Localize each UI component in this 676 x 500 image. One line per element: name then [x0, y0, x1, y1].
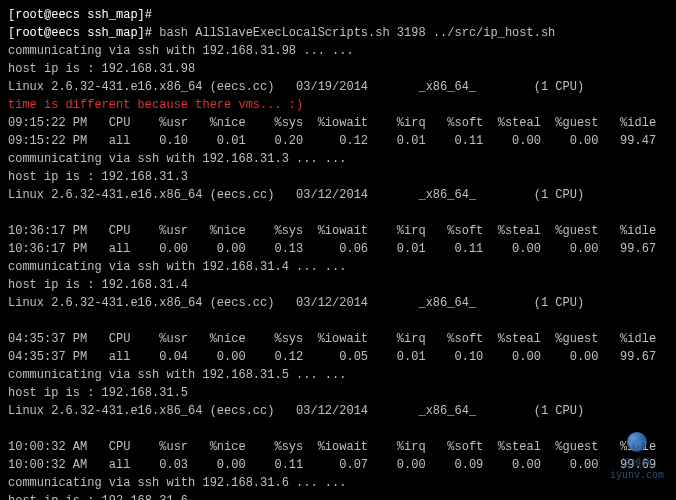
mpstat-header: 10:36:17 PM CPU %usr %nice %sys %iowait …	[8, 224, 656, 238]
kernel-line: Linux 2.6.32-431.e16.x86_64 (eecs.cc) 03…	[8, 80, 584, 94]
host-ip-line: host ip is : 192.168.31.3	[8, 170, 188, 184]
shell-prompt: [root@eecs ssh_map]#	[8, 8, 152, 22]
mpstat-row: 10:36:17 PM all 0.00 0.00 0.13 0.06 0.01…	[8, 242, 656, 256]
host-ip-line: host ip is : 192.168.31.98	[8, 62, 195, 76]
ssh-comm-line: communicating via ssh with 192.168.31.4 …	[8, 260, 346, 274]
host-ip-line: host ip is : 192.168.31.6	[8, 494, 188, 500]
mpstat-header: 09:15:22 PM CPU %usr %nice %sys %iowait …	[8, 116, 656, 130]
mpstat-row: 09:15:22 PM all 0.10 0.01 0.20 0.12 0.01…	[8, 134, 656, 148]
mpstat-header: 04:35:37 PM CPU %usr %nice %sys %iowait …	[8, 332, 656, 346]
terminal-window[interactable]: [root@eecs ssh_map]# [root@eecs ssh_map]…	[0, 0, 676, 500]
kernel-line: Linux 2.6.32-431.e16.x86_64 (eecs.cc) 03…	[8, 188, 584, 202]
ssh-comm-line: communicating via ssh with 192.168.31.3 …	[8, 152, 346, 166]
kernel-line: Linux 2.6.32-431.e16.x86_64 (eecs.cc) 03…	[8, 296, 584, 310]
command-text: bash AllSlaveExecLocalScripts.sh 3198 ..…	[159, 26, 555, 40]
ssh-comm-line: communicating via ssh with 192.168.31.5 …	[8, 368, 346, 382]
warning-line: time is different because there vms... :…	[8, 98, 303, 112]
ssh-comm-line: communicating via ssh with 192.168.31.6 …	[8, 476, 346, 490]
host-ip-line: host ip is : 192.168.31.4	[8, 278, 188, 292]
mpstat-row: 10:00:32 AM all 0.03 0.00 0.11 0.07 0.00…	[8, 458, 656, 472]
mpstat-header: 10:00:32 AM CPU %usr %nice %sys %iowait …	[8, 440, 656, 454]
host-ip-line: host ip is : 192.168.31.5	[8, 386, 188, 400]
kernel-line: Linux 2.6.32-431.e16.x86_64 (eecs.cc) 03…	[8, 404, 584, 418]
mpstat-row: 04:35:37 PM all 0.04 0.00 0.12 0.05 0.01…	[8, 350, 656, 364]
shell-prompt: [root@eecs ssh_map]#	[8, 26, 152, 40]
ssh-comm-line: communicating via ssh with 192.168.31.98…	[8, 44, 354, 58]
